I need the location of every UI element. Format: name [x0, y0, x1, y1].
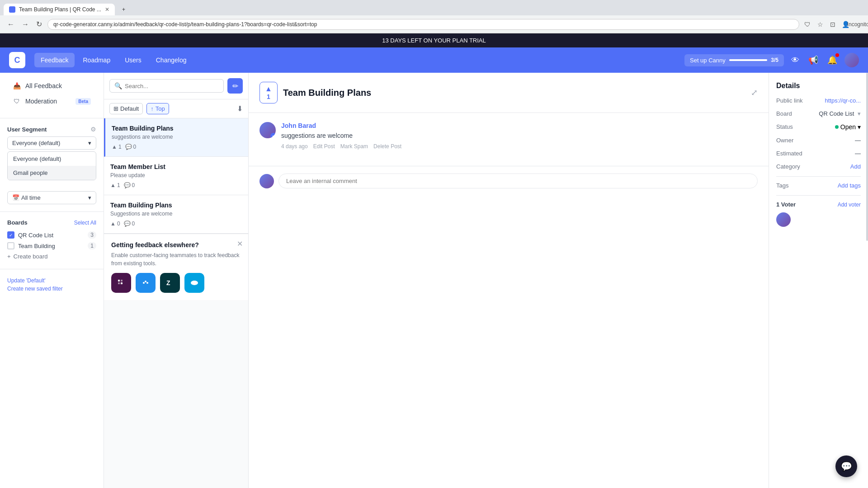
time-filter-dropdown[interactable]: 📅 All time ▾	[7, 191, 96, 204]
posts-filters: ⊞ Default ↑ Top ⬇	[104, 99, 248, 118]
board-checkbox-qr[interactable]: ✓	[7, 231, 14, 239]
zendesk-logo[interactable]: Z	[160, 273, 180, 293]
post-item-2[interactable]: Team Member List Please update ▲ 1 💬 0	[104, 157, 248, 195]
salesforce-logo[interactable]	[184, 273, 204, 293]
voter-header: 1 Voter Add voter	[776, 201, 861, 208]
posts-toolbar: 🔍 ✏	[104, 73, 248, 99]
vote-box[interactable]: ▲ 1	[259, 82, 278, 103]
address-bar[interactable]: qr-code-generator.canny.io/admin/feedbac…	[47, 19, 799, 30]
add-tags-button[interactable]: Add tags	[838, 182, 861, 189]
broadcast-icon[interactable]: 📢	[807, 53, 820, 67]
back-button[interactable]: ←	[5, 19, 16, 30]
board-item-qr[interactable]: ✓ QR Code List 3	[7, 230, 96, 240]
mark-spam-action[interactable]: Mark Spam	[340, 143, 368, 150]
create-board-button[interactable]: + Create board	[7, 251, 96, 262]
forward-button[interactable]: →	[20, 19, 31, 30]
public-link-value[interactable]: https://qr-co...	[825, 97, 861, 104]
search-input[interactable]	[125, 83, 219, 89]
voter-count: 1 Voter	[776, 201, 796, 208]
reload-button[interactable]: ↻	[34, 18, 44, 30]
svg-point-4	[143, 282, 145, 284]
segment-option-gmail[interactable]: Gmail people	[8, 166, 96, 180]
post-item-1[interactable]: Team Building Plans suggestions are welc…	[104, 118, 248, 157]
search-box[interactable]: 🔍	[109, 79, 224, 93]
nav-feedback[interactable]: Feedback	[34, 53, 75, 67]
segment-option-everyone[interactable]: Everyone (default)	[8, 152, 96, 166]
post-item-3[interactable]: Team Building Plans Suggestions are welc…	[104, 195, 248, 234]
nav-users[interactable]: Users	[118, 53, 148, 67]
status-value: Open	[840, 123, 856, 131]
comment-input-area	[249, 166, 769, 196]
filter-default-button[interactable]: ⊞ Default	[109, 103, 143, 114]
comment-section: John Barad suggestions are welcome 4 day…	[249, 113, 769, 166]
preview-icon[interactable]: 👁	[789, 54, 801, 67]
status-dropdown[interactable]: Open ▾	[835, 123, 861, 131]
board-dropdown-icon[interactable]: ▾	[858, 110, 861, 117]
status-dot	[835, 125, 839, 129]
nav-roadmap[interactable]: Roadmap	[76, 53, 117, 67]
bell-icon[interactable]: 🔔	[826, 53, 839, 67]
browser-toolbar: ← → ↻ qr-code-generator.canny.io/admin/f…	[0, 15, 868, 33]
chat-button[interactable]: 💬	[835, 455, 857, 477]
comment-input[interactable]	[278, 174, 758, 188]
user-segment-header: User Segment ⚙	[7, 126, 96, 133]
app-header: C Feedback Roadmap Users Changelog Set u…	[0, 47, 868, 73]
moderation-icon: 🛡	[13, 97, 21, 105]
user-segment-gear-icon[interactable]: ⚙	[90, 126, 96, 133]
new-tab-button[interactable]: +	[117, 4, 131, 15]
posts-list: 🔍 ✏ ⊞ Default ↑ Top ⬇ T	[104, 73, 249, 488]
close-tab-button[interactable]: ✕	[105, 6, 109, 13]
user-segment-dropdown[interactable]: Everyone (default) ▾	[7, 136, 96, 150]
filter-top-button[interactable]: ↑ Top	[146, 103, 169, 114]
bookmark-icon[interactable]: ☆	[816, 20, 825, 29]
delete-post-action[interactable]: Delete Post	[373, 143, 401, 150]
calendar-icon: 📅	[12, 194, 19, 201]
comment-author-name[interactable]: John Barad	[281, 122, 758, 129]
category-add[interactable]: Add	[850, 163, 861, 170]
update-default-link[interactable]: Update 'Default'	[7, 277, 96, 285]
active-tab[interactable]: Team Building Plans | QR Code ... ✕	[4, 4, 115, 15]
compose-button[interactable]: ✏	[227, 78, 243, 94]
app-logo[interactable]: C	[9, 52, 25, 68]
setup-bar[interactable]: Set up Canny 3/5	[684, 54, 784, 66]
cast-icon[interactable]: ⊡	[828, 20, 837, 29]
upvote-icon-1: ▲	[112, 144, 117, 150]
user-segment-menu: Everyone (default) Gmail people	[7, 151, 96, 180]
edit-post-action[interactable]: Edit Post	[313, 143, 335, 150]
comment-num-3: 0	[132, 221, 135, 227]
comment-actions: 4 days ago Edit Post Mark Spam Delete Po…	[281, 143, 758, 150]
details-divider-2	[776, 195, 861, 196]
upvote-icon-3: ▲	[110, 221, 116, 227]
sidebar-item-moderation[interactable]: 🛡 Moderation Beta	[7, 94, 96, 109]
expand-button[interactable]: ⤢	[751, 88, 758, 98]
status-chevron-icon: ▾	[858, 123, 861, 131]
intercom-logo[interactable]	[136, 273, 156, 293]
public-link-label: Public link	[776, 97, 803, 104]
select-all-link[interactable]: Select All	[74, 220, 96, 226]
download-button[interactable]: ⬇	[237, 104, 243, 113]
create-filter-link[interactable]: Create new saved filter	[7, 285, 96, 293]
estimated-value: —	[855, 150, 861, 157]
slack-logo[interactable]	[111, 273, 131, 293]
panel-description: Enable customer-facing teammates to trac…	[111, 251, 241, 267]
moderation-label: Moderation	[25, 98, 71, 105]
board-item-team[interactable]: Team Building 1	[7, 240, 96, 251]
user-avatar[interactable]	[844, 53, 859, 67]
post-title-2: Team Member List	[110, 163, 242, 170]
comment-body: John Barad suggestions are welcome 4 day…	[281, 122, 758, 150]
sidebar-item-all-feedback[interactable]: 📥 All Feedback	[7, 78, 96, 94]
vote-number: 1	[267, 93, 270, 100]
user-segment-section: User Segment ⚙ Everyone (default) ▾ Ever…	[0, 122, 104, 184]
board-value: QR Code List ▾	[819, 110, 861, 117]
svg-point-8	[191, 281, 198, 285]
vote-arrow-icon: ▲	[265, 85, 272, 93]
detail-row-estimated: Estimated —	[776, 150, 861, 157]
panel-close-button[interactable]: ✕	[237, 239, 243, 248]
shield-icon: 🛡	[803, 20, 812, 29]
user-segment-value: Everyone (default)	[12, 140, 60, 146]
board-checkbox-team[interactable]	[7, 242, 14, 249]
details-title: Details	[776, 82, 861, 90]
all-feedback-label: All Feedback	[25, 82, 91, 89]
add-voter-button[interactable]: Add voter	[838, 202, 861, 208]
nav-changelog[interactable]: Changelog	[150, 53, 193, 67]
